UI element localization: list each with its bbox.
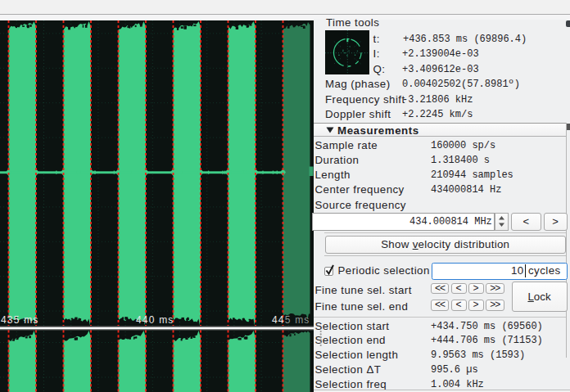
svg-text:435 ms: 435 ms [1, 314, 39, 326]
svg-text:440 ms: 440 ms [136, 314, 174, 326]
svg-text:445 ms: 445 ms [272, 314, 310, 326]
